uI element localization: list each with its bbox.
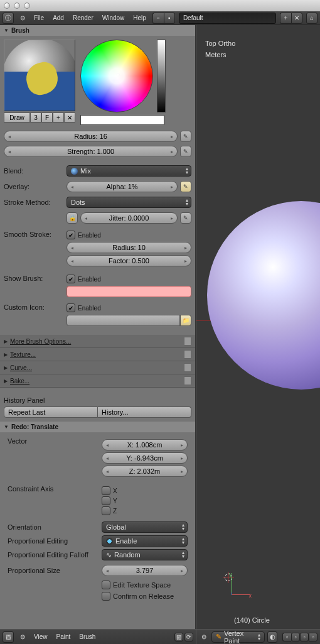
layer-btn[interactable]: ▫ [309,633,317,641]
menu-paint[interactable]: Paint [54,633,73,640]
color-swatch[interactable] [80,115,164,125]
showbrush-checkbox[interactable]: ✔ [67,275,75,283]
size-label: Proportional Size [8,567,99,574]
brush-datablock: Draw 3 F + ✕ [4,112,75,123]
falloff-dropdown[interactable]: ∿Random▴▾ [102,549,188,560]
blend-label: Blend: [4,167,64,175]
menu-collapse[interactable]: ⊖ [18,14,28,21]
vector-y[interactable]: ◂Y: -6.943cm▸ [102,452,188,464]
brush-name[interactable]: Draw [4,112,30,123]
reset-icon[interactable]: ⟳ [184,633,193,641]
more-options-panel[interactable]: ▶More Brush Options... [0,335,195,348]
alpha-value: Alpha: 1% [106,183,137,190]
viewport-3d[interactable]: Top Ortho Meters yx (140) Circle [196,25,320,629]
mode-selector[interactable]: ✎ Vertex Paint ▴▾ [211,631,265,643]
smooth-radius-slider[interactable]: ◂Radius: 10▸ [67,242,191,253]
vz: Z: 2.032m [129,467,161,475]
pressure-radius-icon[interactable]: ✎ [180,131,191,142]
pin-slot[interactable] [184,376,191,385]
orientation-dropdown[interactable]: Global▴▾ [102,521,188,533]
layout-next-icon[interactable]: ▪ [164,13,175,24]
icon-path-field[interactable] [67,315,180,326]
close-icon[interactable] [4,3,10,9]
pressure-strength-icon[interactable]: ✎ [180,146,191,157]
cz-label: Z [113,508,117,515]
header-bar: ▨ ⊖ View Paint Brush ▨ ⟳ ⊖ ✎ Vertex Pain… [0,629,320,644]
menu-add[interactable]: Add [50,14,67,21]
orientation-label: Orientation [8,523,99,531]
scene-add-icon[interactable]: + [280,13,291,24]
more-options-label: More Brush Options... [10,338,71,345]
cx-label: X [113,488,117,494]
pin-slot[interactable] [184,350,191,359]
layer-btn[interactable]: ▫ [282,633,291,641]
confirm-checkbox[interactable] [102,592,110,601]
viewport-info: Top Ortho Meters [205,38,235,60]
menu-help[interactable]: Help [131,14,149,21]
brush-fake-user[interactable]: F [41,112,53,123]
shading-icon[interactable]: ◐ [267,631,277,643]
smooth-checkbox[interactable]: ✔ [67,231,75,239]
color-wheel[interactable] [80,40,153,112]
view-name: Top Ortho [205,38,235,49]
scene-browse-icon[interactable]: ⌂ [306,13,317,24]
layout-prev-icon[interactable]: ▫ [152,13,164,24]
tool-panel: ▼Brush Draw 3 F + ✕ ◂Radius: [0,25,196,629]
strength-slider[interactable]: ◂Strength: 1.000▸ [4,146,178,157]
chevron-down-icon: ▼ [4,28,9,33]
propedit-dropdown[interactable]: Enable▴▾ [102,535,188,547]
constraint-z-checkbox[interactable] [102,506,110,515]
menu-file[interactable]: File [31,14,46,21]
pressure-jitter-icon[interactable]: ✎ [180,212,191,224]
maximize-icon[interactable] [24,3,30,9]
value-slider[interactable] [157,40,166,112]
panel-title: Brush [11,27,29,34]
jitter-slider[interactable]: ◂Jitter: 0.0000▸ [80,212,178,224]
lock-icon[interactable]: 🔒 [67,212,78,224]
view-expand-icon[interactable]: ⊖ [199,633,209,640]
scene-selector[interactable]: Default [179,13,276,24]
editor-type-icon[interactable]: ▨ [3,631,14,643]
pin-slot[interactable] [184,363,191,372]
smooth-factor-slider[interactable]: ◂Factor: 0.500▸ [67,255,191,266]
prop-size-slider[interactable]: ◂3.797▸ [102,565,188,576]
blend-dropdown[interactable]: Mix▴▾ [67,165,191,177]
texture-panel[interactable]: ▶Texture... [0,348,195,361]
info-icon[interactable]: ⓘ [3,13,14,24]
radius-slider[interactable]: ◂Radius: 16▸ [4,131,178,142]
menu-brush[interactable]: Brush [77,633,98,640]
folder-icon[interactable]: 📁 [180,315,191,326]
alpha-slider[interactable]: ◂Alpha: 1%▸ [67,181,178,192]
constraint-x-checkbox[interactable] [102,486,110,495]
constraint-y-checkbox[interactable] [102,496,110,505]
brush-remove-icon[interactable]: ✕ [64,112,75,123]
texspace-checkbox[interactable] [102,581,110,589]
menu-view[interactable]: View [31,633,50,640]
brush-color[interactable] [67,286,191,297]
history-button[interactable]: History... [98,407,191,418]
view-expand-icon[interactable]: ⊖ [18,633,28,640]
overlay-color-icon[interactable]: ✎ [180,181,191,192]
layer-btn[interactable]: ▫ [300,633,309,641]
repeat-last-button[interactable]: Repeat Last [4,407,98,418]
layer-btn[interactable]: ▫ [291,633,300,641]
editor-type-icon[interactable]: ▨ [174,633,183,641]
brush-preview[interactable] [4,40,75,111]
vector-z[interactable]: ◂Z: 2.032m▸ [102,466,188,477]
minimize-icon[interactable] [14,3,20,9]
stroke-dropdown[interactable]: Dots▴▾ [67,197,191,208]
vector-label: Vector [8,437,99,445]
brush-users[interactable]: 3 [30,112,41,123]
curve-panel[interactable]: ▶Curve... [0,361,195,374]
brush-panel-header[interactable]: ▼Brush [0,25,195,36]
menu-render[interactable]: Render [70,14,96,21]
bake-panel[interactable]: ▶Bake... [0,374,195,388]
vector-x[interactable]: ◂X: 1.008cm▸ [102,439,188,450]
pin-slot[interactable] [184,337,191,346]
texspace-label: Edit Texture Space [113,581,171,589]
scene-delete-icon[interactable]: ✕ [291,13,302,24]
custom-checkbox[interactable]: ✔ [67,303,75,312]
redo-panel-header[interactable]: ▼Redo: Translate [0,422,195,432]
brush-add-icon[interactable]: + [53,112,64,123]
menu-window[interactable]: Window [100,14,127,21]
